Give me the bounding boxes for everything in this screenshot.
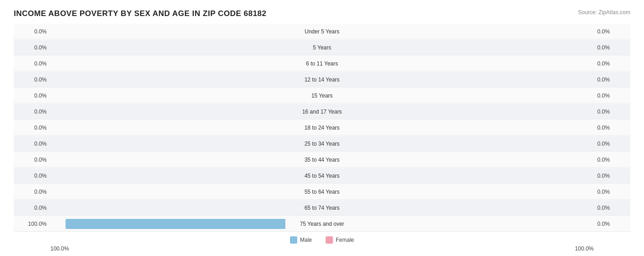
female-value: 0.0%: [594, 109, 630, 115]
female-side: [359, 136, 594, 151]
male-value: 0.0%: [14, 205, 50, 211]
source-text: Source: ZipAtlas.com: [578, 9, 630, 16]
female-side: [359, 56, 594, 71]
male-label: Male: [300, 237, 312, 243]
age-label: 6 to 11 Years: [285, 60, 359, 67]
male-side: [50, 168, 285, 183]
female-value: 0.0%: [594, 60, 630, 67]
female-side: [359, 88, 594, 103]
male-side: [50, 200, 285, 215]
male-bar: [65, 219, 285, 229]
bar-row: 0.0% 12 to 14 Years 0.0%: [14, 72, 630, 87]
bars-wrapper: 25 to 34 Years: [50, 136, 594, 151]
bars-wrapper: Under 5 Years: [50, 24, 594, 39]
chart-title: INCOME ABOVE POVERTY BY SEX AND AGE IN Z…: [14, 9, 267, 18]
male-swatch: [290, 236, 297, 244]
age-label: 75 Years and over: [285, 221, 359, 227]
female-label: Female: [336, 237, 354, 243]
age-label: 16 and 17 Years: [285, 109, 359, 115]
bars-wrapper: 65 to 74 Years: [50, 200, 594, 215]
age-label: 12 to 14 Years: [285, 76, 359, 83]
bars-wrapper: 5 Years: [50, 40, 594, 55]
bar-row: 0.0% 16 and 17 Years 0.0%: [14, 104, 630, 120]
bar-row: 0.0% 35 to 44 Years 0.0%: [14, 152, 630, 168]
male-value: 0.0%: [14, 125, 50, 131]
age-label: 35 to 44 Years: [285, 157, 359, 163]
female-value: 0.0%: [594, 221, 630, 227]
bars-wrapper: 45 to 54 Years: [50, 168, 594, 183]
bars-wrapper: 6 to 11 Years: [50, 56, 594, 71]
bar-row: 100.0% 75 Years and over 0.0%: [14, 216, 630, 232]
bars-wrapper: 55 to 64 Years: [50, 184, 594, 199]
bars-wrapper: 16 and 17 Years: [50, 104, 594, 119]
footer-left: 100.0%: [50, 245, 69, 252]
female-side: [359, 168, 594, 183]
male-value: 0.0%: [14, 60, 50, 67]
male-value: 0.0%: [14, 109, 50, 115]
female-value: 0.0%: [594, 141, 630, 147]
female-side: [359, 152, 594, 167]
female-side: [359, 104, 594, 119]
legend-female: Female: [326, 236, 354, 244]
bar-row: 0.0% 65 to 74 Years 0.0%: [14, 200, 630, 216]
legend-male: Male: [290, 236, 312, 244]
male-side: [50, 24, 285, 39]
footer-row: 100.0% 100.0%: [14, 245, 630, 252]
chart-area: 0.0% Under 5 Years 0.0% 0.0% 5 Years: [14, 24, 630, 252]
bars-wrapper: 75 Years and over: [50, 216, 594, 231]
male-value: 0.0%: [14, 28, 50, 35]
age-label: 18 to 24 Years: [285, 125, 359, 131]
male-side: [50, 88, 285, 103]
footer-right: 100.0%: [575, 245, 594, 252]
male-value: 0.0%: [14, 44, 50, 51]
female-side: [359, 200, 594, 215]
female-swatch: [326, 236, 333, 244]
female-value: 0.0%: [594, 28, 630, 35]
male-value: 0.0%: [14, 76, 50, 83]
male-side: [50, 136, 285, 151]
female-value: 0.0%: [594, 93, 630, 99]
male-value: 0.0%: [14, 189, 50, 195]
male-value: 0.0%: [14, 173, 50, 179]
male-side: [50, 104, 285, 119]
legend-row: Male Female: [14, 236, 630, 244]
male-side: [50, 216, 285, 231]
female-value: 0.0%: [594, 189, 630, 195]
male-side: [50, 152, 285, 167]
age-label: 65 to 74 Years: [285, 205, 359, 211]
female-value: 0.0%: [594, 173, 630, 179]
female-value: 0.0%: [594, 205, 630, 211]
age-label: 25 to 34 Years: [285, 141, 359, 147]
female-side: [359, 216, 594, 231]
male-value: 100.0%: [14, 221, 50, 227]
bar-row: 0.0% 18 to 24 Years 0.0%: [14, 120, 630, 136]
female-side: [359, 72, 594, 87]
age-label: 55 to 64 Years: [285, 189, 359, 195]
male-side: [50, 56, 285, 71]
age-label: 15 Years: [285, 93, 359, 99]
female-value: 0.0%: [594, 125, 630, 131]
bars-wrapper: 18 to 24 Years: [50, 120, 594, 135]
bar-row: 0.0% 15 Years 0.0%: [14, 88, 630, 103]
age-label: 45 to 54 Years: [285, 173, 359, 179]
female-value: 0.0%: [594, 44, 630, 51]
male-value: 0.0%: [14, 93, 50, 99]
female-value: 0.0%: [594, 157, 630, 163]
bar-row: 0.0% 55 to 64 Years 0.0%: [14, 184, 630, 200]
bars-wrapper: 35 to 44 Years: [50, 152, 594, 167]
age-label: 5 Years: [285, 44, 359, 51]
female-side: [359, 24, 594, 39]
male-value: 0.0%: [14, 157, 50, 163]
male-side: [50, 72, 285, 87]
male-side: [50, 40, 285, 55]
bars-wrapper: 15 Years: [50, 88, 594, 103]
age-label: Under 5 Years: [285, 28, 359, 35]
bars-wrapper: 12 to 14 Years: [50, 72, 594, 87]
male-value: 0.0%: [14, 141, 50, 147]
bar-row: 0.0% 5 Years 0.0%: [14, 40, 630, 55]
female-side: [359, 40, 594, 55]
female-value: 0.0%: [594, 76, 630, 83]
female-side: [359, 120, 594, 135]
bar-row: 0.0% 45 to 54 Years 0.0%: [14, 168, 630, 184]
female-side: [359, 184, 594, 199]
